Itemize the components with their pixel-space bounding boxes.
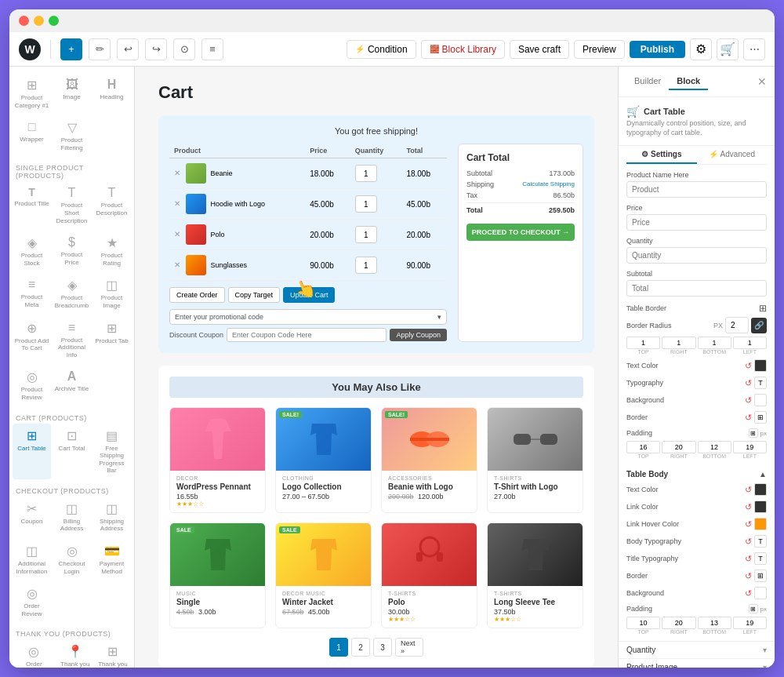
settings-tab[interactable]: ⚙ Settings bbox=[626, 146, 697, 164]
body-padding-toggle-button[interactable]: ⊞ bbox=[749, 604, 758, 613]
body-border-reset-button[interactable]: ↺ bbox=[745, 571, 752, 581]
publish-button[interactable]: Publish bbox=[630, 41, 685, 58]
sidebar-item-billing[interactable]: ◫ Billing Address bbox=[53, 497, 91, 537]
border-radius-input[interactable] bbox=[725, 317, 749, 333]
padding-toggle-button[interactable]: ⊞ bbox=[749, 428, 758, 438]
quantity-input[interactable] bbox=[355, 226, 377, 243]
quantity-input[interactable] bbox=[626, 247, 767, 264]
block-library-button[interactable]: 🧱 Block Library bbox=[421, 40, 505, 59]
body-typography-reset-button[interactable]: ↺ bbox=[745, 537, 752, 547]
border-right-input[interactable] bbox=[662, 337, 695, 349]
body-pad-bottom-input[interactable] bbox=[698, 617, 731, 629]
remove-button[interactable]: ✕ bbox=[174, 199, 180, 208]
next-page-button[interactable]: Next » bbox=[395, 638, 423, 657]
body-pad-top-input[interactable] bbox=[626, 617, 660, 629]
checkout-button[interactable]: PROCEED TO CHECKOUT → bbox=[466, 224, 575, 241]
border-color-reset-button[interactable]: ↺ bbox=[745, 413, 752, 423]
add-block-button[interactable]: + bbox=[60, 38, 82, 60]
body-pad-left-input[interactable] bbox=[733, 617, 767, 629]
sidebar-item-archive-title[interactable]: A Archive Title bbox=[53, 365, 91, 406]
remove-button[interactable]: ✕ bbox=[174, 260, 180, 269]
gear-button[interactable]: ⚙ bbox=[690, 38, 712, 60]
update-cart-button[interactable]: Update Cart bbox=[283, 287, 336, 303]
cart-button[interactable]: 🛒 bbox=[717, 38, 739, 60]
close-panel-button[interactable]: ✕ bbox=[757, 75, 767, 88]
body-pad-right-input[interactable] bbox=[662, 617, 695, 629]
body-link-hover-swatch[interactable] bbox=[754, 518, 767, 530]
product-card[interactable]: DECOR WordPress Pennant 16.55b ★★★☆☆ bbox=[169, 407, 266, 513]
product-card[interactable]: SALE! CLOTHING Logo Collection 27.00 – 6… bbox=[275, 407, 372, 513]
sidebar-item-image[interactable]: 🖼 Image bbox=[53, 73, 91, 114]
sidebar-item-checkout-login[interactable]: ◎ Checkout Login bbox=[53, 539, 91, 580]
remove-button[interactable]: ✕ bbox=[174, 169, 180, 177]
quantity-input[interactable] bbox=[355, 195, 377, 213]
sidebar-item-order-review[interactable]: ◎ Order Review bbox=[13, 581, 51, 622]
sidebar-item-product-meta[interactable]: ≡ Product Meta bbox=[13, 273, 51, 314]
text-color-swatch[interactable] bbox=[754, 359, 767, 372]
sidebar-item-payment-method[interactable]: 💳 Payment Method bbox=[93, 539, 131, 580]
body-typography-edit-button[interactable]: T bbox=[754, 535, 767, 548]
border-edit-button[interactable]: ⊞ bbox=[754, 411, 767, 424]
background-reset-button[interactable]: ↺ bbox=[745, 395, 752, 406]
sidebar-item-cart-total[interactable]: ⊡ Cart Total bbox=[53, 424, 91, 479]
body-title-edit-button[interactable]: T bbox=[754, 552, 767, 565]
text-color-reset-button[interactable]: ↺ bbox=[745, 361, 752, 371]
tab-builder[interactable]: Builder bbox=[626, 73, 669, 90]
sidebar-item-filtering[interactable]: ▽ Product Filtering bbox=[53, 115, 91, 156]
body-background-reset-button[interactable]: ↺ bbox=[745, 588, 752, 599]
body-link-reset-button[interactable]: ↺ bbox=[745, 502, 752, 512]
sidebar-item-product-rating[interactable]: ★ Product Rating bbox=[93, 231, 131, 271]
border-top-input[interactable] bbox=[626, 337, 660, 349]
product-card[interactable]: SALE! ACCESSORIES Beanie with Logo 200.0… bbox=[381, 407, 477, 513]
product-card[interactable]: SALE MUSIC Single 4.50b 3.00b bbox=[169, 522, 266, 628]
padding-bottom-input[interactable] bbox=[698, 441, 731, 453]
typography-reset-button[interactable]: ↺ bbox=[745, 378, 752, 388]
sidebar-item-coupon[interactable]: ✂ Coupon bbox=[13, 497, 51, 537]
remove-button[interactable]: ✕ bbox=[174, 230, 180, 238]
product-name-input[interactable] bbox=[626, 181, 767, 198]
table-body-collapse-button[interactable]: ▲ bbox=[759, 470, 767, 479]
body-text-reset-button[interactable]: ↺ bbox=[745, 485, 752, 495]
border-radius-link-button[interactable]: 🔗 bbox=[751, 318, 767, 333]
sidebar-item-product-short-desc[interactable]: T Product Short Description bbox=[53, 181, 91, 229]
sidebar-item-product-tab[interactable]: ⊞ Product Tab bbox=[93, 316, 131, 364]
quantity-expand[interactable]: Quantity ▾ bbox=[619, 642, 775, 659]
sidebar-item-free-shipping[interactable]: ▤ Free Shipping Progress Bar bbox=[93, 424, 131, 479]
sidebar-item-thankyou-order[interactable]: ⊞ Thank you Order Details bbox=[95, 639, 131, 668]
sidebar-item-product-title[interactable]: T Product Title bbox=[13, 181, 51, 229]
product-card[interactable]: T-SHIRTS Long Sleeve Tee 37.50b ★★★☆☆ bbox=[487, 522, 583, 628]
padding-left-input[interactable] bbox=[733, 441, 767, 453]
advanced-tab[interactable]: ⚡ Advanced bbox=[697, 146, 768, 164]
padding-right-input[interactable] bbox=[662, 441, 695, 453]
sidebar-item-product-image[interactable]: ◫ Product Image bbox=[93, 273, 131, 314]
coupon-input[interactable] bbox=[227, 328, 387, 342]
sidebar-item-shipping-addr[interactable]: ◫ Shipping Address bbox=[93, 497, 131, 537]
tab-block[interactable]: Block bbox=[669, 73, 708, 90]
page-3-button[interactable]: 3 bbox=[373, 638, 392, 657]
create-order-button[interactable]: Create Order bbox=[169, 287, 225, 303]
sidebar-item-product-review[interactable]: ◎ Product Review bbox=[13, 365, 51, 406]
body-border-edit-button[interactable]: ⊞ bbox=[754, 570, 767, 582]
sidebar-item-order-customization[interactable]: ◎ Order Customization bbox=[13, 639, 56, 668]
body-background-swatch[interactable] bbox=[754, 587, 767, 599]
sidebar-item-additional-info[interactable]: ≡ Product Additional Info bbox=[53, 316, 91, 364]
quantity-input[interactable] bbox=[355, 257, 377, 274]
sidebar-item-product-desc[interactable]: T Product Description bbox=[93, 181, 131, 229]
sidebar-item-wrapper[interactable]: □ Wrapper bbox=[13, 115, 51, 156]
page-1-button[interactable]: 1 bbox=[329, 638, 348, 657]
sidebar-item-product-price[interactable]: $ Product Price bbox=[53, 231, 91, 271]
background-swatch[interactable] bbox=[754, 394, 767, 406]
sidebar-item-cart-table[interactable]: ⊞ Cart Table bbox=[13, 424, 51, 479]
sidebar-item-thankyou-address[interactable]: 📍 Thank you Address bbox=[57, 639, 93, 668]
sidebar-item-product-stock[interactable]: ◈ Product Stock bbox=[13, 231, 51, 271]
preview-button[interactable]: Preview bbox=[574, 40, 625, 59]
apply-coupon-button[interactable]: Apply Coupon bbox=[390, 329, 447, 341]
border-bottom-input[interactable] bbox=[698, 337, 731, 349]
table-border-toggle-button[interactable]: ⊞ bbox=[759, 303, 767, 314]
save-button[interactable]: Save craft bbox=[510, 40, 569, 59]
body-link-hover-reset-button[interactable]: ↺ bbox=[745, 519, 752, 530]
sidebar-item-product-breadcrumb[interactable]: ◈ Product Breadcrumb bbox=[53, 273, 91, 314]
quantity-input[interactable] bbox=[355, 165, 377, 182]
wp-logo[interactable]: W bbox=[19, 38, 41, 60]
sidebar-item-heading[interactable]: H Heading bbox=[93, 73, 131, 114]
